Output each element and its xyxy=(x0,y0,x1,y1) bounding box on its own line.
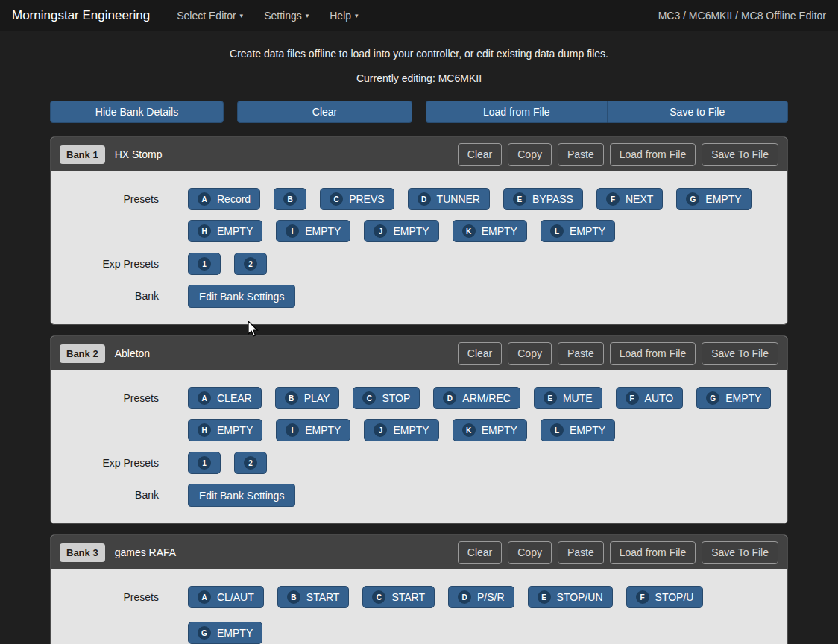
bank-load-from-file-button[interactable]: Load from File xyxy=(610,143,696,166)
bank-badge[interactable]: Bank 2 xyxy=(60,344,105,363)
save-to-file-button[interactable]: Save to File xyxy=(607,101,789,123)
preset-key-badge: F xyxy=(636,590,649,604)
preset-button-k[interactable]: KEMPTY xyxy=(453,220,527,242)
preset-button-f[interactable]: FAUTO xyxy=(616,387,684,409)
preset-button-h[interactable]: HEMPTY xyxy=(188,220,262,242)
preset-button-b[interactable]: B xyxy=(274,188,306,210)
exp-presets-row: Exp Presets12 xyxy=(51,452,787,474)
bank-badge[interactable]: Bank 3 xyxy=(60,543,105,562)
preset-button-g[interactable]: GEMPTY xyxy=(188,622,262,644)
bank-name: Ableton xyxy=(115,347,150,359)
bank-load-from-file-button[interactable]: Load from File xyxy=(610,541,696,564)
bank-badge[interactable]: Bank 1 xyxy=(60,145,105,164)
bank-settings-row: BankEdit Bank Settings xyxy=(51,484,787,507)
bank-settings-label: Bank xyxy=(51,484,188,501)
bank-paste-button[interactable]: Paste xyxy=(558,541,604,564)
bank-header: Bank 3games RAFAClearCopyPasteLoad from … xyxy=(51,535,787,569)
exp-preset-button-2[interactable]: 2 xyxy=(234,253,267,275)
presets-row-1-label: Presets xyxy=(51,188,188,205)
presets-row-1: PresetsACL/AUTBSTARTCSTARTDP/S/RESTOP/UN… xyxy=(51,586,787,644)
preset-label: TUNNER xyxy=(437,193,480,205)
preset-key-badge: J xyxy=(374,423,387,437)
bank-name: games RAFA xyxy=(115,546,176,558)
preset-button-f[interactable]: FSTOP/U xyxy=(626,586,704,608)
preset-key-badge: A xyxy=(198,192,211,206)
bank-copy-button[interactable]: Copy xyxy=(508,143,552,166)
bank-name: HX Stomp xyxy=(115,148,163,160)
preset-button-i[interactable]: IEMPTY xyxy=(276,419,350,441)
exp-preset-button-1[interactable]: 1 xyxy=(188,452,221,474)
menu-help[interactable]: Help ▾ xyxy=(319,4,368,28)
preset-button-f[interactable]: FNEXT xyxy=(596,188,663,210)
preset-button-l[interactable]: LEMPTY xyxy=(541,419,615,441)
preset-button-i[interactable]: IEMPTY xyxy=(276,220,350,242)
bank-load-from-file-button[interactable]: Load from File xyxy=(610,342,696,365)
exp-preset-key-badge: 1 xyxy=(198,456,211,470)
preset-key-badge: B xyxy=(283,192,297,206)
menu-settings[interactable]: Settings ▾ xyxy=(253,4,319,28)
bank-clear-button[interactable]: Clear xyxy=(458,541,502,564)
preset-button-j[interactable]: JEMPTY xyxy=(364,419,438,441)
preset-button-d[interactable]: DARM/REC xyxy=(433,387,520,409)
preset-button-e[interactable]: EBYPASS xyxy=(503,188,583,210)
preset-label: EMPTY xyxy=(217,627,253,639)
preset-key-badge: A xyxy=(198,590,211,604)
bank-copy-button[interactable]: Copy xyxy=(508,541,552,564)
exp-preset-button-1[interactable]: 1 xyxy=(188,253,221,275)
preset-label: Record xyxy=(217,193,251,205)
preset-button-k[interactable]: KEMPTY xyxy=(453,419,527,441)
preset-button-g[interactable]: GEMPTY xyxy=(696,387,771,409)
preset-label: ARM/REC xyxy=(462,392,511,404)
preset-button-d[interactable]: DTUNNER xyxy=(408,188,490,210)
menu-select-editor[interactable]: Select Editor ▾ xyxy=(166,4,253,28)
bank-paste-button[interactable]: Paste xyxy=(558,143,604,166)
preset-key-badge: I xyxy=(286,224,299,238)
bank-clear-button[interactable]: Clear xyxy=(458,342,502,365)
preset-key-badge: K xyxy=(462,423,476,437)
row-buttons: HEMPTYIEMPTYJEMPTYKEMPTYLEMPTY xyxy=(188,419,615,441)
preset-button-j[interactable]: JEMPTY xyxy=(364,220,438,242)
preset-key-badge: K xyxy=(462,224,476,238)
load-from-file-button[interactable]: Load from File xyxy=(426,101,607,123)
exp-preset-button-2[interactable]: 2 xyxy=(234,452,267,474)
preset-button-g[interactable]: GEMPTY xyxy=(676,188,751,210)
edit-bank-settings-button[interactable]: Edit Bank Settings xyxy=(188,285,295,308)
main-content: Create data files offline to load into y… xyxy=(50,31,788,644)
row-buttons: ACL/AUTBSTARTCSTARTDP/S/RESTOP/UNFSTOP/U… xyxy=(188,586,787,644)
preset-button-e[interactable]: ESTOP/UN xyxy=(528,586,613,608)
bank-panel: Bank 2AbletonClearCopyPasteLoad from Fil… xyxy=(50,335,788,524)
preset-label: EMPTY xyxy=(482,424,517,436)
app-brand[interactable]: Morningstar Engineering xyxy=(12,8,150,23)
preset-button-d[interactable]: DP/S/R xyxy=(448,586,514,608)
preset-label: STOP/UN xyxy=(557,591,603,603)
exp-presets-row: Exp Presets12 xyxy=(51,253,787,275)
currently-editing-text: Currently editing: MC6MKII xyxy=(50,72,788,84)
bank-save-to-file-button[interactable]: Save To File xyxy=(702,541,778,564)
edit-bank-settings-button[interactable]: Edit Bank Settings xyxy=(188,484,295,507)
preset-button-c[interactable]: CSTART xyxy=(362,586,435,608)
preset-label: EMPTY xyxy=(305,424,341,436)
bank-save-to-file-button[interactable]: Save To File xyxy=(702,143,778,166)
preset-button-e[interactable]: EMUTE xyxy=(534,387,602,409)
preset-button-a[interactable]: ARecord xyxy=(188,188,260,210)
preset-button-h[interactable]: HEMPTY xyxy=(188,419,262,441)
preset-label: EMPTY xyxy=(570,424,605,436)
preset-button-b[interactable]: BPLAY xyxy=(275,387,340,409)
preset-button-c[interactable]: CSTOP xyxy=(353,387,420,409)
bank-actions: ClearCopyPasteLoad from FileSave To File xyxy=(458,342,778,365)
bank-save-to-file-button[interactable]: Save To File xyxy=(702,342,778,365)
preset-button-a[interactable]: ACLEAR xyxy=(188,387,262,409)
bank-paste-button[interactable]: Paste xyxy=(558,342,604,365)
preset-button-a[interactable]: ACL/AUT xyxy=(188,586,264,608)
preset-label: PREVS xyxy=(349,193,384,205)
bank-header: Bank 2AbletonClearCopyPasteLoad from Fil… xyxy=(51,336,787,370)
clear-all-button[interactable]: Clear xyxy=(237,101,412,123)
bank-panel: Bank 3games RAFAClearCopyPasteLoad from … xyxy=(50,534,788,644)
bank-copy-button[interactable]: Copy xyxy=(508,342,552,365)
preset-button-c[interactable]: CPREVS xyxy=(320,188,394,210)
bank-clear-button[interactable]: Clear xyxy=(458,143,502,166)
preset-button-l[interactable]: LEMPTY xyxy=(541,220,615,242)
preset-button-b[interactable]: BSTART xyxy=(277,586,350,608)
preset-label: CL/AUT xyxy=(217,591,254,603)
hide-bank-details-button[interactable]: Hide Bank Details xyxy=(50,101,224,123)
